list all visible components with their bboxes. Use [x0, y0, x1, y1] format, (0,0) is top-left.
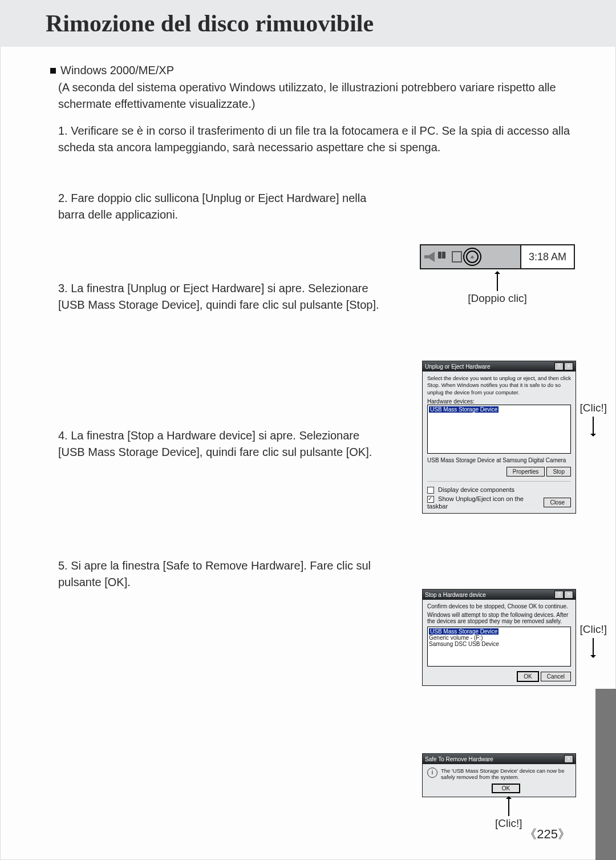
tray-clock: 3:18 AM — [520, 245, 574, 268]
title-band: Rimozione del disco rimuovibile — [0, 0, 616, 47]
stop-line2: Windows will attempt to stop the followi… — [427, 612, 571, 624]
figure-unplug-dialog: Unplug or Eject Hardware ? × Select the … — [422, 361, 575, 514]
figure-systray: 3:18 AM [Doppio clic] — [420, 244, 575, 305]
os-bullet: Windows 2000/ME/XP — [50, 64, 570, 77]
arrow-down-1 — [593, 417, 594, 436]
cancel-button[interactable]: Cancel — [541, 672, 571, 681]
step-4-text: 4. La finestra [Stop a Hardware device] … — [58, 427, 383, 461]
stop-item-1[interactable]: USB Mass Storage Device — [429, 628, 499, 635]
device-status: USB Mass Storage Device at Samsung Digit… — [427, 457, 571, 463]
device-item-selected[interactable]: USB Mass Storage Device — [429, 406, 499, 413]
arrow-pointer — [497, 272, 498, 291]
ok-button[interactable]: OK — [492, 784, 520, 793]
stop-annotation: [Clic!] — [580, 402, 607, 437]
page-number: 《225》 — [524, 826, 570, 843]
dialog-titlebar: Unplug or Eject Hardware ? × — [423, 361, 576, 372]
close-dialog-button[interactable]: Close — [544, 498, 571, 507]
eject-hardware-icon[interactable] — [466, 251, 479, 263]
unplug-dialog: Unplug or Eject Hardware ? × Select the … — [422, 361, 576, 514]
safe-remove-dialog: Safe To Remove Hardware × i The 'USB Mas… — [422, 753, 576, 797]
annot-clic-2: [Clic!] — [580, 623, 607, 636]
dialog-title: Unplug or Eject Hardware — [425, 364, 491, 370]
step-2-text: 2. Fare doppio clic sullicona [Unplug or… — [58, 190, 383, 223]
help-button[interactable]: ? — [554, 362, 564, 370]
ok-annotation: [Clic!] — [580, 623, 607, 659]
network-icon — [438, 252, 448, 262]
os-label: Windows 2000/ME/XP — [60, 64, 174, 77]
properties-button[interactable]: Properties — [506, 467, 545, 477]
circled-highlight — [463, 248, 481, 266]
stop-hardware-dialog: Stop a Hardware device ? × Confirm devic… — [422, 589, 576, 686]
chk2-label: Show Unplug/Eject icon on the taskbar — [427, 495, 524, 510]
step-1-text: 1. Verificare se è in corso il trasferim… — [58, 123, 570, 156]
page-title: Rimozione del disco rimuovibile — [46, 10, 570, 37]
help-button[interactable]: ? — [554, 591, 564, 599]
tray-icons — [421, 248, 520, 266]
dialog-titlebar: Stop a Hardware device ? × — [423, 590, 576, 600]
annot-clic-1: [Clic!] — [580, 402, 607, 414]
step-5-text: 5. Si apre la finestra [Safe to Remove H… — [58, 558, 383, 591]
manual-page: Rimozione del disco rimuovibile Windows … — [0, 0, 616, 860]
close-button[interactable]: × — [564, 755, 573, 763]
system-tray: 3:18 AM — [420, 244, 575, 269]
step-3-text: 3. La finestra [Unplug or Eject Hardware… — [58, 280, 383, 313]
chk1-label: Display device components — [438, 486, 514, 493]
ok-button[interactable]: OK — [517, 671, 538, 682]
note-text: (A seconda del sistema operativo Windows… — [58, 79, 570, 112]
checkbox-show-icon[interactable] — [427, 496, 434, 503]
device-listbox[interactable]: USB Mass Storage Device — [427, 405, 571, 454]
list-label: Hardware devices: — [427, 398, 571, 405]
bullet-square-icon — [50, 68, 56, 74]
annot-clic-3: [Clic!] — [495, 817, 522, 830]
ok-annotation-3: [Clic!] — [495, 794, 522, 830]
arrow-up-3 — [508, 797, 509, 816]
stop-device-list[interactable]: USB Mass Storage Device Generic volume -… — [427, 627, 571, 667]
dialog-title: Stop a Hardware device — [425, 592, 486, 598]
safe-msg: The 'USB Mass Storage Device' device can… — [441, 768, 571, 780]
dialog-titlebar: Safe To Remove Hardware × — [423, 754, 576, 764]
figure-safe-dialog: Safe To Remove Hardware × i The 'USB Mas… — [422, 753, 575, 797]
thumb-tab — [595, 689, 616, 860]
figure-stop-dialog: Stop a Hardware device ? × Confirm devic… — [422, 589, 575, 686]
arrow-down-2 — [593, 638, 594, 657]
close-button[interactable]: × — [564, 362, 573, 370]
stop-item-3[interactable]: Samsung DSC USB Device — [429, 641, 569, 647]
tray-caption: [Doppio clic] — [420, 292, 575, 305]
volume-icon — [424, 252, 435, 262]
checkbox-display-components[interactable] — [427, 487, 434, 494]
stop-line1: Confirm devices to be stopped, Choose OK… — [427, 603, 571, 609]
close-button[interactable]: × — [564, 591, 573, 599]
stop-button[interactable]: Stop — [546, 467, 571, 477]
dialog-title: Safe To Remove Hardware — [425, 756, 493, 762]
document-icon — [452, 251, 462, 263]
dialog-desc: Select the device you want to unplug or … — [427, 375, 571, 396]
stop-item-2[interactable]: Generic volume - (F:) — [429, 635, 569, 641]
info-icon: i — [427, 768, 437, 778]
